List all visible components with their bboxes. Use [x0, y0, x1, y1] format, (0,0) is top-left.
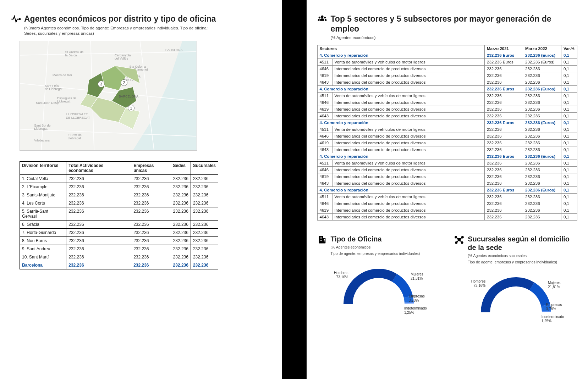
table-cell: 232.236	[191, 207, 218, 220]
sector-sub-row: 4619Intermediarios del comercio de produ…	[317, 72, 577, 79]
table-cell: 232.236	[66, 199, 131, 207]
table-cell: 232.236	[131, 174, 171, 183]
map-marker-2: 2	[123, 80, 125, 85]
table-cell: 2. L'Eixample	[20, 183, 66, 191]
table-cell: 232.236	[66, 220, 131, 228]
lbl-empresas: Empresas	[409, 294, 425, 298]
svg-text:la Barca: la Barca	[65, 53, 77, 57]
sector-sub-row: 4643Intermediarios del comercio de produ…	[317, 79, 577, 85]
th-sucursales: Sucursales	[191, 161, 218, 174]
sector-group-row: 4. Comercio y reparación232.236 Euros232…	[317, 153, 577, 160]
group-label: 4. Comercio y reparación	[317, 186, 485, 193]
table-header-row: Sectores Marzo 2021 Marzo 2022 Var.%	[317, 45, 577, 52]
lbl-hombres: Hombres	[334, 271, 348, 275]
sub-desc: Intermediarios del comercio de productos…	[332, 213, 485, 220]
sub-var: 0,1	[561, 72, 577, 79]
svg-text:Llobregat: Llobregat	[57, 100, 71, 103]
svg-point-44	[318, 17, 320, 18]
chart-subtitle-2: Tipo de agente: empresas y empresarios i…	[468, 260, 577, 264]
sub-m2: 232.236	[523, 207, 561, 213]
table-row-total: Barcelona232.236232.236232.236232.236	[20, 261, 218, 269]
table-cell: 232.236	[66, 183, 131, 191]
lbl-indet: Indeterminado	[404, 306, 427, 310]
gauge-chart-1: Hombres 73,16% Mujeres 21,81% Empresas 3…	[333, 263, 425, 323]
sector-sub-row: 4646Intermediarios del comercio de produ…	[317, 99, 577, 106]
sub-m2: 232.236	[523, 160, 561, 166]
sub-code: 4619	[317, 72, 332, 79]
sub-m2: 232.236	[523, 180, 561, 186]
map-marker-3: 3	[100, 82, 102, 86]
sub-desc: Intermediarios del comercio de productos…	[332, 180, 485, 186]
sub-m1: 232.236	[485, 106, 523, 112]
svg-text:Molins de Rei: Molins de Rei	[53, 73, 72, 77]
sub-desc: Intermediarios del comercio de productos…	[332, 173, 485, 180]
sub-desc: Intermediarios del comercio de productos…	[332, 72, 485, 79]
svg-point-0	[19, 18, 21, 20]
lbl-hombres: Hombres	[471, 279, 486, 283]
sub-var: 0,1	[561, 160, 577, 166]
sub-var: 0,1	[561, 180, 577, 186]
lbl-empresas-pct: 3,78%	[546, 307, 562, 311]
sub-var: 0,1	[561, 193, 577, 200]
sub-desc: Intermediarios del comercio de productos…	[332, 79, 485, 85]
table-cell: 232.236	[171, 199, 191, 207]
sub-var: 0,1	[561, 166, 577, 173]
table-row: 1. Ciutat Vella232.236232.236232.236232.…	[20, 174, 218, 183]
table-cell: 8. Nou Barris	[20, 236, 66, 245]
group-var: 0,1	[561, 119, 577, 126]
sector-sub-row: 4511Venta de automóviles y vehículos de …	[317, 58, 577, 65]
sub-code: 4643	[317, 180, 332, 186]
sub-code: 4643	[317, 79, 332, 85]
table-header-row: División territorial Total Actividades e…	[20, 161, 218, 174]
section-header-agents: Agentes económicos por distrito y tipo d…	[11, 14, 271, 37]
sectors-table: Sectores Marzo 2021 Marzo 2022 Var.% 4. …	[317, 45, 578, 221]
sub-desc: Venta de automóviles y vehículos de moto…	[332, 126, 485, 133]
table-cell: 232.236	[131, 199, 171, 207]
sub-var: 0,1	[561, 200, 577, 207]
group-var: 0,1	[561, 186, 577, 193]
svg-rect-53	[321, 240, 322, 241]
table-cell: 232.236	[191, 191, 218, 199]
table-cell: 232.236	[66, 228, 131, 236]
table-cell: 232.236	[191, 174, 218, 183]
table-cell: 232.236	[191, 245, 218, 253]
group-label: 4. Comercio y reparación	[317, 52, 485, 58]
sub-var: 0,1	[561, 106, 577, 112]
sub-code: 4643	[317, 112, 332, 119]
th-sectores: Sectores	[317, 45, 485, 52]
svg-rect-54	[324, 239, 324, 239]
sub-code: 4511	[317, 126, 332, 133]
lbl-hombres-pct: 73,16%	[334, 275, 348, 279]
table-cell: 232.236	[171, 245, 191, 253]
th-sedes: Sedes	[171, 161, 191, 174]
sub-code: 4511	[317, 92, 332, 99]
table-row: 8. Nou Barris232.236232.236232.236232.23…	[20, 236, 218, 245]
lbl-indet-pct: 1,25%	[542, 319, 564, 323]
sub-desc: Intermediarios del comercio de productos…	[332, 112, 485, 119]
sub-var: 0,1	[561, 126, 577, 133]
sub-m1: 232.236	[485, 193, 523, 200]
table-row: 9. Sant Andreu232.236232.236232.236232.2…	[20, 245, 218, 253]
lbl-indet: Indeterminado	[542, 315, 564, 319]
sub-m1: 232.236	[485, 139, 523, 146]
svg-text:del Vallès: del Vallès	[115, 56, 128, 60]
sub-code: 4646	[317, 166, 332, 173]
section-subtitle: (Número Agentes económicos. Tipo de agen…	[24, 26, 219, 37]
sub-m2: 232.236	[523, 200, 561, 207]
table-cell: 232.236	[66, 174, 131, 183]
sub-var: 0,1	[561, 173, 577, 180]
chart-tipo-oficina: Tipo de Oficina (% Agentes económicos Ti…	[317, 235, 440, 332]
sector-sub-row: 4511Venta de automóviles y vehículos de …	[317, 126, 577, 133]
table-cell: 232.236	[191, 261, 218, 269]
section-header-sectors: Top 5 sectores y 5 subsectores por mayor…	[317, 14, 578, 41]
sub-var: 0,1	[561, 112, 577, 119]
table-cell: 232.236	[171, 191, 191, 199]
people-icon	[317, 14, 327, 24]
sector-sub-row: 4646Intermediarios del comercio de produ…	[317, 200, 577, 207]
sub-m1: 232.236	[485, 207, 523, 213]
group-value: 232.236 (Euros)	[523, 153, 561, 160]
table-cell: 232.236	[131, 245, 171, 253]
sub-var: 0,1	[561, 65, 577, 72]
sub-m2: 232.236	[523, 92, 561, 99]
sector-sub-row: 4619Intermediarios del comercio de produ…	[317, 139, 577, 146]
